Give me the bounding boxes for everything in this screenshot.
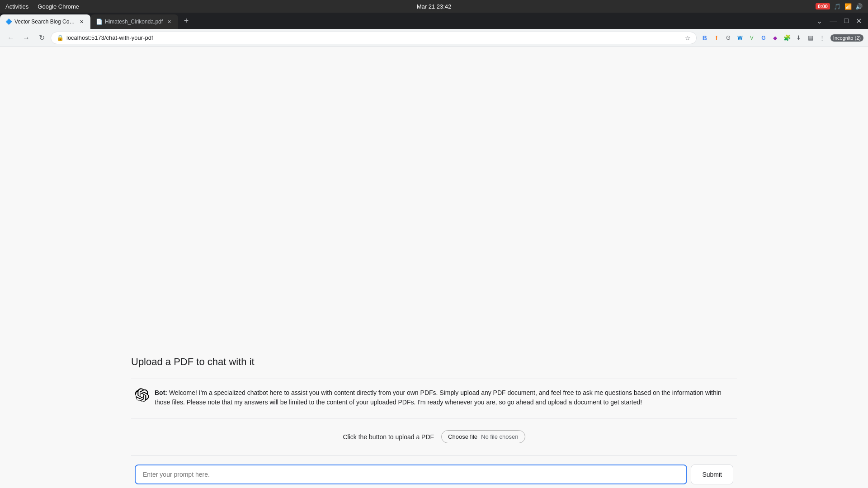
app-name-label: Google Chrome <box>38 3 79 10</box>
extension-toolbar: B f G W V G ◆ 🧩 ⬇ ▤ ⋮ <box>699 33 828 43</box>
tab-vector-search[interactable]: 🔷 Vector Search Blog Code ✕ <box>0 14 90 29</box>
ext-icon-6[interactable]: G <box>758 33 769 43</box>
activities-label[interactable]: Activities <box>5 3 28 10</box>
forward-button[interactable]: → <box>20 32 33 44</box>
choose-file-button[interactable]: Choose file No file chosen <box>441 430 525 443</box>
upload-divider <box>131 418 737 418</box>
recording-badge: 0:00 <box>816 3 830 9</box>
choose-file-label: Choose file <box>448 433 477 440</box>
bot-avatar <box>135 388 149 403</box>
chat-divider <box>131 455 737 455</box>
url-text: localhost:5173/chat-with-your-pdf <box>66 34 682 41</box>
ext-icon-7[interactable]: ◆ <box>770 33 781 43</box>
bookmark-star-icon[interactable]: ☆ <box>685 34 691 42</box>
datetime-label: Mar 21 23:42 <box>417 3 452 10</box>
tab-label-1: Vector Search Blog Code <box>14 19 75 25</box>
upload-label: Click the button to upload a PDF <box>343 433 434 441</box>
os-bar: Activities Google Chrome Mar 21 23:42 0:… <box>0 0 868 13</box>
tabs-dropdown-icon[interactable]: ⌄ <box>814 16 825 26</box>
ext-icon-4[interactable]: W <box>735 33 745 43</box>
submit-button[interactable]: Submit <box>691 465 733 484</box>
title-divider <box>131 379 737 379</box>
downloads-icon[interactable]: ⬇ <box>793 33 804 43</box>
tray-icon-3: 🔊 <box>855 3 863 10</box>
no-file-chosen-text: No file chosen <box>481 433 518 440</box>
upload-section: Click the button to upload a PDF Choose … <box>131 424 737 450</box>
bot-label: Bot: <box>155 389 167 396</box>
maximize-button[interactable]: □ <box>841 16 851 26</box>
browser-chrome: 🔷 Vector Search Blog Code ✕ 📄 Himatesh_C… <box>0 13 868 29</box>
new-tab-button[interactable]: + <box>180 14 193 27</box>
file-input-wrapper[interactable]: Choose file No file chosen <box>441 430 525 443</box>
incognito-badge[interactable]: Incognito (2) <box>830 34 863 42</box>
ext-icon-1[interactable]: B <box>699 33 710 43</box>
chat-input-row: Submit <box>131 461 737 488</box>
tabs-bar: 🔷 Vector Search Blog Code ✕ 📄 Himatesh_C… <box>0 13 810 29</box>
address-bar[interactable]: 🔒 localhost:5173/chat-with-your-pdf ☆ <box>51 32 697 44</box>
address-bar-row: ← → ↻ 🔒 localhost:5173/chat-with-your-pd… <box>0 29 868 47</box>
tab-favicon-1: 🔷 <box>5 19 12 25</box>
ext-icon-5[interactable]: V <box>746 33 757 43</box>
reload-button[interactable]: ↻ <box>35 32 48 44</box>
close-button[interactable]: ✕ <box>853 16 864 26</box>
tab-close-2[interactable]: ✕ <box>165 18 173 25</box>
tray-icon-1: 🎵 <box>834 3 841 10</box>
extensions-puzzle-icon[interactable]: 🧩 <box>782 33 793 43</box>
tab-favicon-2: 📄 <box>96 19 102 25</box>
tab-close-1[interactable]: ✕ <box>78 18 85 25</box>
prompt-input[interactable] <box>135 465 687 484</box>
bot-message: Welcome! I'm a specialized chatbot here … <box>155 389 722 406</box>
page-title: Upload a PDF to chat with it <box>131 356 737 368</box>
ext-icon-3[interactable]: G <box>723 33 734 43</box>
more-options-icon[interactable]: ⋮ <box>817 33 828 43</box>
page-content: Upload a PDF to chat with it Bot: Welcom… <box>0 47 868 488</box>
bot-text: Bot: Welcome! I'm a specialized chatbot … <box>155 388 733 407</box>
lock-icon: 🔒 <box>57 34 64 41</box>
ext-icon-2[interactable]: f <box>711 33 722 43</box>
tab-pdf[interactable]: 📄 Himatesh_Cirikonda.pdf ✕ <box>90 14 178 29</box>
window-controls: ⌄ — □ ✕ <box>810 13 868 29</box>
minimize-button[interactable]: — <box>827 16 840 26</box>
bot-message-row: Bot: Welcome! I'm a specialized chatbot … <box>131 385 737 413</box>
back-button[interactable]: ← <box>5 32 17 44</box>
tab-label-2: Himatesh_Cirikonda.pdf <box>105 19 163 25</box>
sidebar-icon[interactable]: ▤ <box>805 33 816 43</box>
tray-icon-2: 📶 <box>844 3 852 10</box>
